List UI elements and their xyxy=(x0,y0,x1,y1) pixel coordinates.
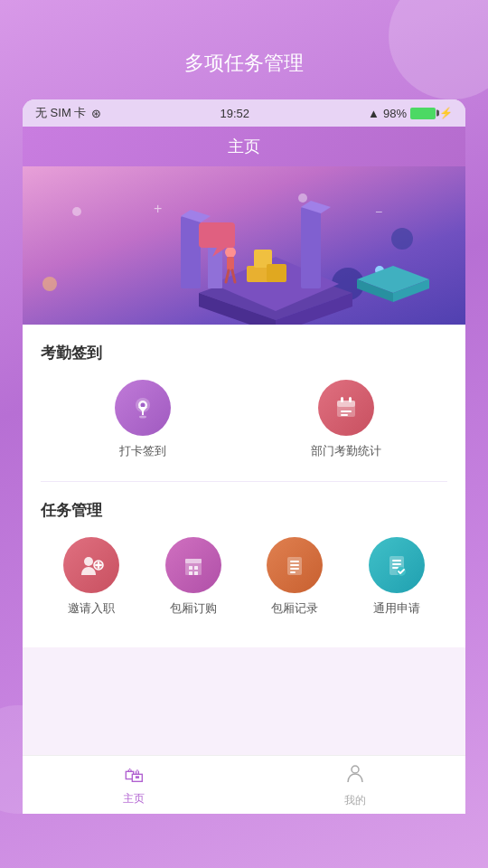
status-right: ▲ 98% ⚡ xyxy=(368,107,453,120)
svg-rect-52 xyxy=(189,571,192,575)
arrow-icon: ▲ xyxy=(368,107,380,120)
svg-rect-41 xyxy=(349,397,352,402)
svg-rect-58 xyxy=(290,571,296,573)
tab-home[interactable]: 🛍 主页 xyxy=(23,756,244,814)
svg-text:−: − xyxy=(375,204,382,219)
svg-rect-51 xyxy=(194,566,198,570)
apply-form-icon xyxy=(383,552,410,579)
tab-home-label: 主页 xyxy=(123,791,145,807)
dept-stats-icon-circle xyxy=(318,380,374,436)
svg-rect-18 xyxy=(247,266,269,282)
svg-rect-39 xyxy=(337,401,355,407)
room-record-icon-circle xyxy=(267,537,323,593)
wifi-icon: ⊛ xyxy=(91,107,101,120)
attendance-icons-row: 打卡签到 部门考勤统计 xyxy=(41,380,447,459)
charging-icon: ⚡ xyxy=(439,107,453,119)
svg-rect-30 xyxy=(199,222,235,248)
checkin-icon-circle xyxy=(115,380,171,436)
svg-point-5 xyxy=(42,277,57,291)
tab-home-icon: 🛍 xyxy=(124,764,144,788)
svg-rect-60 xyxy=(392,560,401,561)
svg-point-3 xyxy=(391,228,413,250)
svg-point-37 xyxy=(139,416,146,419)
section-title-attendance: 考勤签到 xyxy=(41,343,447,363)
nav-bar: 主页 xyxy=(23,127,465,166)
apply-icon-circle xyxy=(369,537,425,593)
svg-rect-16 xyxy=(301,207,321,288)
room-order-icon-circle xyxy=(165,537,221,593)
svg-rect-42 xyxy=(341,410,352,412)
building-icon xyxy=(180,552,207,579)
nav-title: 主页 xyxy=(228,137,260,156)
location-pin-icon xyxy=(129,394,156,421)
sim-label: 无 SIM 卡 xyxy=(35,105,86,121)
svg-rect-22 xyxy=(227,257,234,270)
tab-profile-label: 我的 xyxy=(344,793,366,808)
tab-profile-icon xyxy=(344,762,366,789)
svg-point-1 xyxy=(72,207,81,216)
svg-point-21 xyxy=(225,247,236,258)
svg-point-64 xyxy=(352,766,359,773)
invite-item[interactable]: 邀请入职 xyxy=(41,537,143,617)
section-title-tasks: 任务管理 xyxy=(41,500,447,521)
svg-point-34 xyxy=(140,403,145,408)
svg-rect-61 xyxy=(392,563,401,565)
hero-banner: + + − xyxy=(23,166,465,325)
invite-label: 邀请入职 xyxy=(68,600,115,617)
room-order-item[interactable]: 包厢订购 xyxy=(143,537,245,617)
battery-bar xyxy=(410,108,436,119)
invite-icon-circle xyxy=(63,537,119,593)
svg-rect-62 xyxy=(392,567,399,569)
svg-rect-20 xyxy=(267,264,286,282)
svg-text:+: + xyxy=(154,201,162,216)
svg-rect-13 xyxy=(181,216,201,288)
svg-rect-55 xyxy=(290,561,299,562)
invite-person-icon xyxy=(78,552,105,579)
room-record-item[interactable]: 包厢记录 xyxy=(244,537,346,617)
room-order-label: 包厢订购 xyxy=(170,600,217,617)
banner-illustration: + + − xyxy=(23,166,465,325)
tab-profile[interactable]: 我的 xyxy=(244,756,465,814)
tab-bar: 🛍 主页 我的 xyxy=(23,755,465,814)
dept-stats-label: 部门考勤统计 xyxy=(311,443,381,459)
checkin-item[interactable]: 打卡签到 xyxy=(41,380,244,459)
battery-percent: 98% xyxy=(383,107,407,120)
svg-rect-50 xyxy=(189,566,192,570)
room-record-label: 包厢记录 xyxy=(271,600,318,617)
status-left: 无 SIM 卡 ⊛ xyxy=(35,105,101,121)
apply-item[interactable]: 通用申请 xyxy=(346,537,448,617)
svg-rect-57 xyxy=(290,568,299,570)
svg-rect-43 xyxy=(341,414,348,416)
checkin-label: 打卡签到 xyxy=(119,443,166,459)
dept-stats-item[interactable]: 部门考勤统计 xyxy=(244,380,447,459)
svg-rect-56 xyxy=(290,564,299,566)
svg-rect-40 xyxy=(341,397,343,402)
content-area: 考勤签到 打卡签到 xyxy=(23,325,465,647)
svg-point-44 xyxy=(84,557,93,566)
svg-rect-36 xyxy=(142,410,144,415)
list-icon xyxy=(281,552,308,579)
svg-rect-49 xyxy=(185,559,202,563)
svg-rect-53 xyxy=(194,571,198,575)
phone-frame: 无 SIM 卡 ⊛ 19:52 ▲ 98% ⚡ 主页 xyxy=(23,99,465,814)
task-icons-row: 邀请入职 包厢订购 xyxy=(41,537,447,617)
calendar-stats-icon xyxy=(333,394,360,421)
status-bar: 无 SIM 卡 ⊛ 19:52 ▲ 98% ⚡ xyxy=(23,99,465,127)
status-time: 19:52 xyxy=(220,107,249,120)
apply-label: 通用申请 xyxy=(373,600,420,617)
section-divider xyxy=(41,481,447,482)
